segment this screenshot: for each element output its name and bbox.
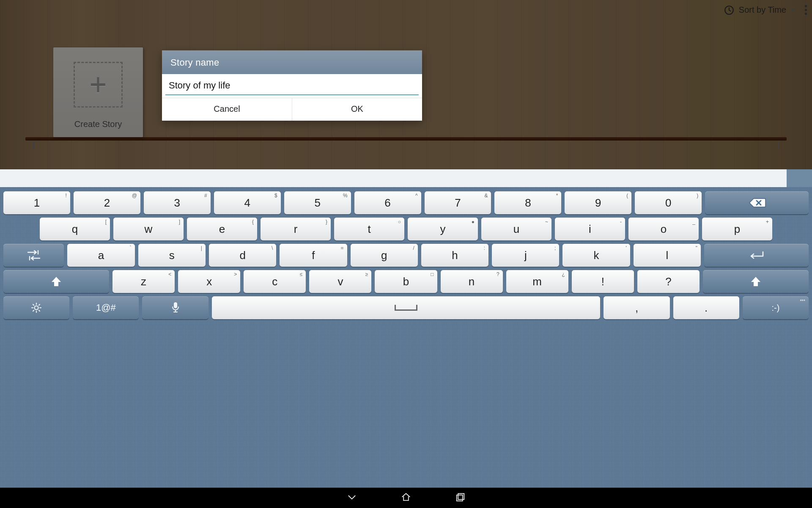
comma-key[interactable]: , bbox=[604, 296, 623, 319]
key-r[interactable]: r} bbox=[261, 218, 331, 240]
story-name-input[interactable] bbox=[165, 77, 419, 95]
key-x[interactable]: x> bbox=[178, 270, 240, 293]
key-a[interactable]: a` bbox=[67, 244, 134, 267]
key-g[interactable]: g/ bbox=[351, 244, 418, 267]
key-f[interactable]: f= bbox=[280, 244, 347, 267]
key-q[interactable]: q[ bbox=[40, 218, 110, 240]
key-d[interactable]: d\ bbox=[209, 244, 276, 267]
key-m[interactable]: m¿ bbox=[506, 270, 568, 293]
shift-icon bbox=[50, 276, 63, 287]
key-t[interactable]: t○ bbox=[334, 218, 404, 240]
key-1[interactable]: 1! bbox=[3, 191, 70, 214]
key-b[interactable]: b□ bbox=[375, 270, 437, 293]
keyboard-row-3: a` s| d\ f= g/ h: j; k' l" bbox=[3, 244, 623, 267]
key-n[interactable]: n? bbox=[441, 270, 503, 293]
key-4[interactable]: 4$ bbox=[214, 191, 281, 214]
settings-key[interactable] bbox=[3, 296, 69, 319]
cancel-button[interactable]: Cancel bbox=[162, 98, 292, 121]
key-3[interactable]: 3# bbox=[144, 191, 211, 214]
story-name-dialog: Story name Cancel OK bbox=[162, 50, 422, 121]
space-key[interactable] bbox=[212, 296, 601, 319]
dialog-title: Story name bbox=[162, 50, 422, 74]
svg-point-1 bbox=[35, 306, 38, 310]
key-w[interactable]: w] bbox=[113, 218, 184, 240]
key-v[interactable]: v≥ bbox=[309, 270, 371, 293]
keyboard-row-4: z< x> c≤ v≥ b□ n? m¿ ! ? bbox=[3, 270, 623, 293]
suggestion-bar[interactable] bbox=[0, 169, 623, 187]
space-icon bbox=[395, 305, 417, 311]
tab-icon bbox=[25, 249, 42, 262]
symbols-key[interactable]: 1@# bbox=[73, 296, 139, 319]
microphone-icon bbox=[171, 301, 180, 314]
keyboard-row-5: 1@# , . :-) ••• bbox=[3, 296, 623, 319]
key-k[interactable]: k' bbox=[562, 244, 623, 267]
keyboard-row-1: 1! 2@ 3# 4$ 5% 6^ 7& 8* 9( 0) bbox=[3, 191, 623, 214]
key-z[interactable]: z< bbox=[112, 270, 175, 293]
key-e[interactable]: e{ bbox=[187, 218, 257, 240]
key-y[interactable]: y● bbox=[408, 218, 478, 240]
ok-button[interactable]: OK bbox=[292, 98, 422, 121]
key-5[interactable]: 5% bbox=[284, 191, 351, 214]
svg-rect-2 bbox=[174, 302, 177, 308]
key-8[interactable]: 8* bbox=[494, 191, 561, 214]
key-h[interactable]: h: bbox=[421, 244, 488, 267]
key-u[interactable]: u~ bbox=[481, 218, 551, 240]
key-7[interactable]: 7& bbox=[425, 191, 491, 214]
keyboard-row-2: q[ w] e{ r} t○ y● u~ i- o_ p+ bbox=[3, 218, 623, 240]
shift-key-left[interactable] bbox=[3, 270, 109, 293]
key-s[interactable]: s| bbox=[138, 244, 206, 267]
voice-key[interactable] bbox=[142, 296, 208, 319]
tab-key[interactable] bbox=[3, 244, 64, 267]
key-6[interactable]: 6^ bbox=[354, 191, 421, 214]
gear-icon bbox=[30, 302, 42, 314]
key-exclaim[interactable]: ! bbox=[572, 270, 623, 293]
key-j[interactable]: j; bbox=[492, 244, 559, 267]
key-9[interactable]: 9( bbox=[565, 191, 623, 214]
keyboard: 1! 2@ 3# 4$ 5% 6^ 7& 8* 9( 0) q[ w] e{ r… bbox=[0, 187, 623, 406]
key-c[interactable]: c≤ bbox=[244, 270, 306, 293]
key-2[interactable]: 2@ bbox=[74, 191, 140, 214]
key-i[interactable]: i- bbox=[555, 218, 623, 240]
